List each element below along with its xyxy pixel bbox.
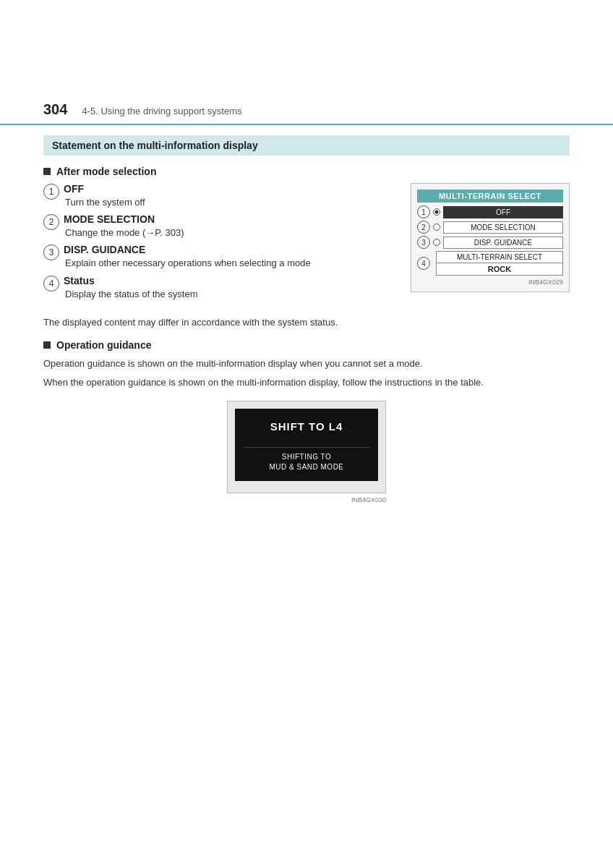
bullet-icon-2 [43, 341, 51, 349]
items-list: 1 OFF Turn the system off 2 MODE SELECTI… [43, 183, 396, 305]
bullet-icon [43, 168, 51, 175]
mts-panel: MULTI-TERRAIN SELECT 1 OFF 2 MODE SELECT… [411, 183, 570, 292]
item-title-1: OFF [64, 183, 396, 195]
item-desc-1: Turn the system off [64, 196, 396, 209]
mts-bottom-label: MULTI-TERRAIN SELECT [436, 251, 563, 263]
mts-panel-title: MULTI-TERRAIN SELECT [417, 190, 563, 203]
mts-bottom-value: ROCK [436, 263, 563, 276]
mts-num-4: 4 [417, 257, 430, 270]
mts-row-1: 1 OFF [417, 205, 563, 218]
mts-num-3: 3 [417, 236, 430, 249]
item-number-1: 1 [43, 184, 59, 200]
two-col-layout: 1 OFF Turn the system off 2 MODE SELECTI… [43, 183, 570, 305]
item-content-3: DISP. GUIDANCE Explain other necessary o… [64, 244, 396, 270]
section-title: Statement on the multi-information displ… [52, 140, 258, 151]
status-note: The displayed content may differ in acco… [43, 315, 570, 330]
list-item-4: 4 Status Display the status of the syste… [43, 275, 396, 301]
item-content-1: OFF Turn the system off [64, 183, 396, 209]
mts-row-3: 3 DISP. GUIDANCE [417, 236, 563, 249]
section-box: Statement on the multi-information displ… [43, 135, 570, 156]
mts-row-4: 4 MULTI-TERRAIN SELECT ROCK [417, 251, 563, 276]
mts-code: INB4GX029 [417, 278, 563, 286]
item-title-3: DISP. GUIDANCE [64, 244, 396, 255]
mts-panel-container: MULTI-TERRAIN SELECT 1 OFF 2 MODE SELECT… [411, 183, 570, 305]
shift-main-text: SHIFT TO L4 [244, 420, 369, 433]
page-header: 304 4-5. Using the driving support syste… [0, 0, 613, 125]
mts-row-2: 2 MODE SELECTION [417, 221, 563, 234]
item-number-3: 3 [43, 244, 59, 260]
mts-num-1: 1 [417, 205, 430, 218]
mts-num-2: 2 [417, 221, 430, 234]
shift-code: INB4GX030 [227, 496, 386, 503]
shift-sub-text: SHIFTING TO MUD & SAND MODE [244, 452, 369, 472]
shift-divider [244, 447, 369, 448]
item-content-2: MODE SELECTION Change the mode (→P. 303) [64, 213, 396, 239]
item-desc-4: Display the status of the system [64, 288, 396, 301]
list-item-3: 3 DISP. GUIDANCE Explain other necessary… [43, 244, 396, 270]
page-number: 304 [43, 101, 67, 118]
shift-panel: SHIFT TO L4 SHIFTING TO MUD & SAND MODE [227, 401, 386, 493]
shift-panel-container: SHIFT TO L4 SHIFTING TO MUD & SAND MODE … [43, 401, 570, 503]
mts-radio-2 [433, 224, 440, 231]
mts-btn-mode: MODE SELECTION [443, 221, 563, 234]
item-content-4: Status Display the status of the system [64, 275, 396, 301]
item-desc-2: Change the mode (→P. 303) [64, 226, 396, 239]
shift-screen: SHIFT TO L4 SHIFTING TO MUD & SAND MODE [235, 409, 378, 481]
mts-radio-3 [433, 239, 440, 246]
item-title-4: Status [64, 275, 396, 286]
item-number-2: 2 [43, 214, 59, 230]
main-content: Statement on the multi-information displ… [0, 135, 613, 503]
mts-btn-disp: DISP. GUIDANCE [443, 237, 563, 249]
op-guidance-para1: Operation guidance is shown on the multi… [43, 357, 570, 371]
mts-radio-1 [433, 208, 440, 216]
shift-panel-wrapper: SHIFT TO L4 SHIFTING TO MUD & SAND MODE … [227, 401, 386, 503]
subsection1-header: After mode selection [43, 166, 570, 177]
header-title: 4-5. Using the driving support systems [82, 106, 241, 116]
page-container: 304 4-5. Using the driving support syste… [0, 0, 613, 868]
list-item-2: 2 MODE SELECTION Change the mode (→P. 30… [43, 213, 396, 239]
item-title-2: MODE SELECTION [64, 213, 396, 225]
op-guidance-para2: When the operation guidance is shown on … [43, 375, 570, 390]
subsection2-title: Operation guidance [56, 339, 151, 351]
subsection2-header: Operation guidance [43, 339, 570, 351]
item-number-4: 4 [43, 276, 59, 292]
subsection1-title: After mode selection [56, 166, 156, 177]
item-desc-3: Explain other necessary operations when … [64, 257, 396, 270]
mts-btn-off: OFF [443, 206, 563, 218]
list-item-1: 1 OFF Turn the system off [43, 183, 396, 209]
